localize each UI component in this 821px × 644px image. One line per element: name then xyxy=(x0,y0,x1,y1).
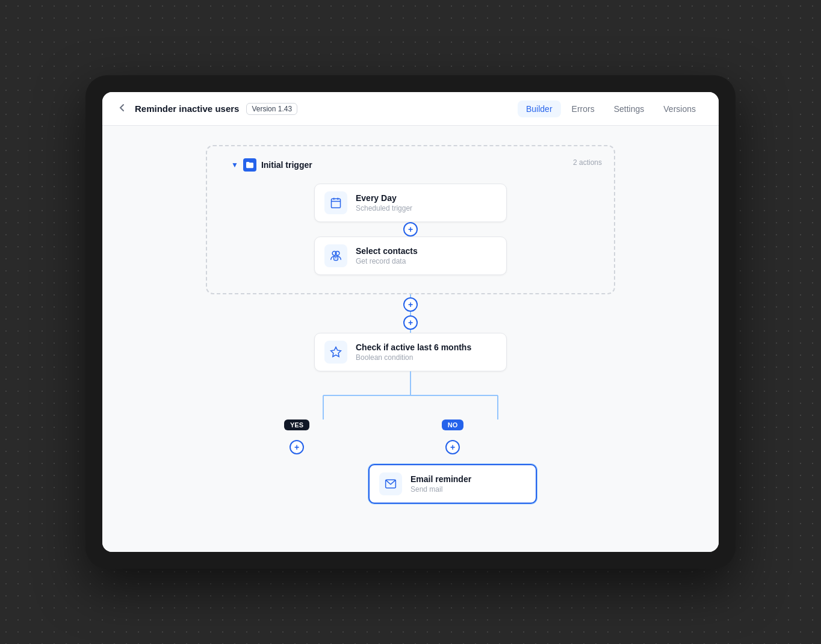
connector-between-groups: + + xyxy=(403,294,418,333)
actions-count: 2 actions xyxy=(573,158,602,167)
add-button-2[interactable]: + xyxy=(403,297,418,312)
select-contacts-subtitle: Get record data xyxy=(356,257,497,265)
check-active-title: Check if active last 6 months xyxy=(356,342,497,352)
every-day-node[interactable]: Every Day Scheduled trigger xyxy=(314,184,507,222)
return-line-svg xyxy=(236,486,585,522)
every-day-title: Every Day xyxy=(356,193,497,203)
collapse-icon[interactable]: ▼ xyxy=(231,161,238,169)
every-day-text: Every Day Scheduled trigger xyxy=(356,193,497,212)
line-4 xyxy=(410,312,411,315)
check-active-subtitle: Boolean condition xyxy=(356,353,497,362)
line-5 xyxy=(410,330,411,333)
version-badge: Version 1.43 xyxy=(246,103,297,115)
no-add-btn[interactable]: + xyxy=(445,440,460,454)
check-active-icon xyxy=(324,341,347,364)
device-frame: Reminder inactive users Version 1.43 Bui… xyxy=(85,75,736,569)
page-title: Reminder inactive users xyxy=(135,104,239,114)
email-reminder-title: Email reminder xyxy=(410,474,526,484)
svg-rect-6 xyxy=(334,256,338,261)
trigger-group-header: ▼ Initial trigger xyxy=(231,158,590,172)
select-contacts-title: Select contacts xyxy=(356,246,497,256)
add-button-1[interactable]: + xyxy=(403,222,418,237)
back-button[interactable] xyxy=(117,102,128,115)
select-contacts-text: Select contacts Get record data xyxy=(356,246,497,265)
branch-outer: YES + NO + xyxy=(236,371,585,492)
check-active-text: Check if active last 6 months Boolean co… xyxy=(356,342,497,362)
svg-rect-0 xyxy=(332,199,341,208)
every-day-subtitle: Scheduled trigger xyxy=(356,204,497,212)
header-left: Reminder inactive users Version 1.43 xyxy=(117,102,297,115)
tab-versions[interactable]: Versions xyxy=(655,101,704,117)
folder-icon xyxy=(243,158,256,172)
yes-branch: YES + xyxy=(284,420,309,454)
select-contacts-icon xyxy=(324,244,347,267)
every-day-icon xyxy=(324,191,347,214)
tab-builder[interactable]: Builder xyxy=(518,101,561,117)
check-active-node[interactable]: Check if active last 6 months Boolean co… xyxy=(314,333,507,371)
connector-1: + xyxy=(231,222,590,237)
no-badge: NO xyxy=(442,420,464,430)
yes-badge: YES xyxy=(284,420,309,430)
trigger-group: ▼ Initial trigger 2 actions Every D xyxy=(206,145,615,294)
flow-wrapper: ▼ Initial trigger 2 actions Every D xyxy=(122,145,699,492)
header-nav: Builder Errors Settings Versions xyxy=(518,101,704,117)
tab-errors[interactable]: Errors xyxy=(563,101,603,117)
add-button-3[interactable]: + xyxy=(403,315,418,330)
select-contacts-node[interactable]: Select contacts Get record data xyxy=(314,237,507,275)
trigger-label: Initial trigger xyxy=(261,160,312,170)
canvas: ▼ Initial trigger 2 actions Every D xyxy=(102,126,719,552)
yes-add-btn[interactable]: + xyxy=(290,440,304,454)
header: Reminder inactive users Version 1.43 Bui… xyxy=(102,92,719,126)
tab-settings[interactable]: Settings xyxy=(606,101,653,117)
screen: Reminder inactive users Version 1.43 Bui… xyxy=(102,92,719,552)
